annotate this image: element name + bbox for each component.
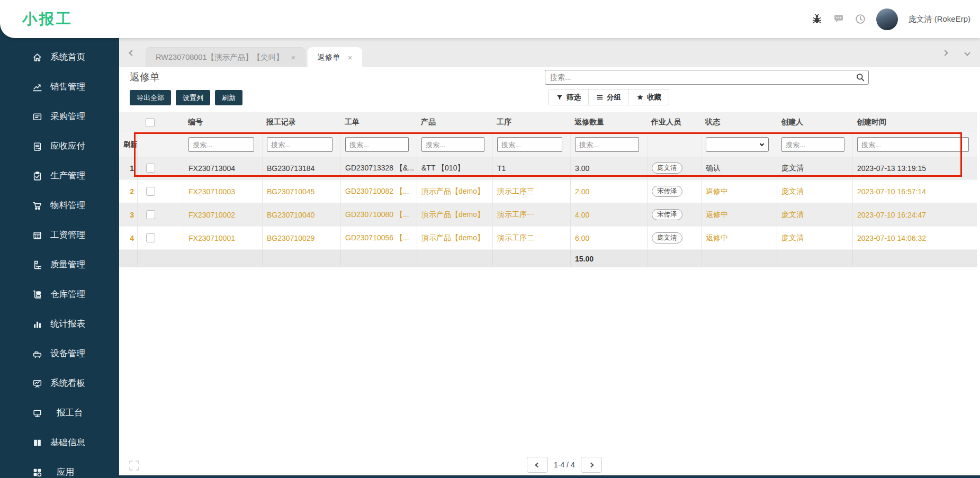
refresh-button[interactable]: 刷新 [215,90,242,105]
filter-creator-input[interactable] [781,137,844,152]
sidebar-item-14[interactable]: 应用 [0,457,119,478]
sidebar-item-12[interactable]: 报工台 [0,398,119,428]
table-row[interactable]: 1FX230713004BG230713184GD230713328 【&...… [119,157,977,180]
table-filter-row: 刷新 [119,132,977,157]
cell-text-qty: 6.00 [575,234,589,242]
sidebar-item-13[interactable]: 基础信息 [0,428,119,457]
total-cell-num [119,250,137,267]
total-cell-product [417,250,492,267]
filter-created-input[interactable] [857,137,969,152]
cell-qty: 2.00 [570,180,647,203]
table-row[interactable]: 3FX230710002BG230710040GD230710080 【...演… [119,203,977,227]
user-avatar[interactable] [876,8,898,30]
row-checkbox[interactable] [146,210,155,219]
report-chart-icon [32,319,42,329]
cell-operator: 庞文清 [647,157,701,179]
tabs-scroll-right-icon[interactable] [943,38,947,67]
sidebar-item-6[interactable]: 工资管理 [0,220,119,250]
sidebar-item-4[interactable]: 生产管理 [0,161,119,191]
filter-process-input[interactable] [497,137,562,152]
sidebar-item-label: 应用 [50,466,74,478]
filter-code-input[interactable] [188,137,254,152]
cell-qty: 6.00 [570,227,647,249]
dashboard-icon [32,378,42,389]
cell-product: &TT 【010】 [417,157,492,179]
favorite-button[interactable]: 收藏 [629,89,669,105]
cell-text-created: 2023-07-10 16:24:47 [857,211,926,219]
total-cell-code [184,250,262,267]
filter-record-input[interactable] [267,137,332,152]
set-columns-button[interactable]: 设置列 [176,90,210,105]
cell-num: 4 [119,227,137,249]
cell-creator: 庞文清 [777,227,852,249]
cell-created: 2023-07-13 13:19:15 [852,157,977,179]
history-icon[interactable] [855,13,866,25]
header-cell-status: 状态 [701,112,777,132]
sidebar-item-8[interactable]: 仓库管理 [0,279,119,309]
filter-button-group: 筛选分组收藏 [548,89,669,105]
filter-workorder-input[interactable] [345,137,409,152]
filter-cell-num: 刷新 [119,132,137,157]
filter-button[interactable]: 筛选 [549,89,589,105]
tab-1[interactable]: 返修单× [308,47,362,67]
star-icon [636,94,644,101]
chat-icon[interactable] [833,13,844,25]
prev-page-button[interactable] [527,457,548,473]
total-cell-qty: 15.00 [570,250,647,267]
cell-workorder: GD230710056 【... [340,227,417,249]
sidebar-item-2[interactable]: 采购管理 [0,102,119,131]
export-all-button[interactable]: 导出全部 [130,90,171,105]
search-input[interactable] [545,70,869,85]
sidebar-item-1[interactable]: 销售管理 [0,72,119,102]
sidebar-item-10[interactable]: 设备管理 [0,339,119,368]
cell-check [137,227,184,249]
operator-badge: 宋传泽 [652,186,682,197]
user-name[interactable]: 庞文清 (RokeErp) [908,14,970,24]
cell-record: BG230713184 [262,157,340,179]
tab-0[interactable]: RW230708001【演示产品】【尖叫】× [146,47,305,67]
filter-product-input[interactable] [421,137,484,152]
filter-cell-qty [570,132,647,157]
filter-status-select[interactable] [706,137,769,152]
row-checkbox[interactable] [146,187,155,196]
tabs-dropdown-icon[interactable] [965,38,969,67]
expand-icon[interactable] [128,459,141,472]
sidebar-item-9[interactable]: 统计报表 [0,309,119,339]
total-cell-record [262,250,340,267]
filter-cell-record [262,132,340,157]
table-row[interactable]: 4FX230710001BG230710029GD230710056 【...演… [119,227,977,250]
tab-close-icon[interactable]: × [291,53,295,62]
group-button[interactable]: 分组 [589,89,629,105]
row-checkbox[interactable] [146,164,155,173]
sidebar-item-5[interactable]: 物料管理 [0,191,119,220]
tab-close-icon[interactable]: × [348,53,353,62]
filter-qty-input[interactable] [575,137,639,152]
cell-workorder: GD230713328 【&... [340,157,417,179]
refresh-row-label[interactable]: 刷新 [123,140,137,149]
operator-badge: 庞文清 [652,232,682,243]
header-cell-num [119,112,137,132]
filter-cell-operator [647,132,701,157]
sidebar-item-label: 统计报表 [50,318,85,330]
total-cell-status [701,250,777,267]
search-icon[interactable] [856,73,865,82]
cell-status: 返修中 [701,180,777,203]
cell-text-code: FX230710003 [188,187,235,196]
sidebar-item-0[interactable]: 系统首页 [0,42,119,72]
bug-icon[interactable] [811,13,823,25]
row-checkbox[interactable] [146,233,155,242]
next-page-button[interactable] [581,457,602,473]
cell-product: 演示产品【demo】 [417,227,492,249]
table-row[interactable]: 2FX230710003BG230710045GD230710082 【...演… [119,180,977,203]
cell-text-qty: 3.00 [575,164,589,173]
sidebar-item-7[interactable]: 质量管理 [0,250,119,279]
sidebar-item-3[interactable]: 应收应付 [0,131,119,161]
cell-text-product: 演示产品【demo】 [421,187,484,196]
cell-text-workorder: GD230710080 【... [345,210,409,220]
tabs-scroll-left-icon[interactable] [130,38,134,67]
app-logo[interactable]: 小报工 [22,0,73,38]
cell-text-status: 确认 [706,164,721,173]
sidebar-item-11[interactable]: 系统看板 [0,368,119,398]
cell-check [137,203,184,226]
select-all-checkbox[interactable] [146,118,155,127]
